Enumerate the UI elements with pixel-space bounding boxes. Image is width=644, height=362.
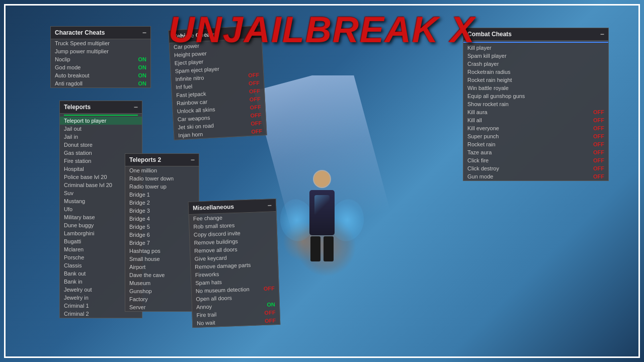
teleports2-panel: Teleports 2 − One million Radio tower do… — [125, 153, 199, 312]
teleport-donut-store[interactable]: Donut store — [60, 141, 142, 149]
teleports-panel-minimize[interactable]: − — [134, 103, 138, 111]
combat-cheats-panel: Combat Cheats − Kill player Spam kill pl… — [463, 28, 609, 181]
t2-small-house[interactable]: Small house — [125, 255, 199, 263]
combat-rocket-rain-height[interactable]: Rocket rain height — [463, 76, 608, 84]
t2-server[interactable]: Server — [125, 303, 199, 311]
t2-hashtag-pos[interactable]: Hashtag pos — [125, 247, 199, 255]
t2-factory[interactable]: Factory — [125, 295, 199, 303]
combat-win-battle-royale[interactable]: Win battle royale — [463, 84, 608, 92]
t2-bridge1[interactable]: Bridge 1 — [125, 191, 199, 199]
char-panel-title: Character Cheats − — [51, 27, 150, 39]
teleports-panel-title: Teleports − — [60, 101, 142, 114]
misc-panel-minimize[interactable]: − — [268, 201, 272, 209]
combat-kill-aura[interactable]: Kill aura OFF — [463, 108, 608, 116]
combat-show-rocket-rain[interactable]: Show rocket rain — [463, 100, 608, 108]
combat-panel-title: Combat Cheats − — [463, 28, 608, 41]
t2-radio-tower-up[interactable]: Radio tower up — [125, 183, 199, 191]
combat-panel-minimize[interactable]: − — [600, 30, 604, 38]
char-item-anti-ragdoll[interactable]: Anti ragdoll ON — [51, 79, 150, 87]
combat-taze-aura[interactable]: Taze aura OFF — [463, 148, 608, 156]
combat-blue-bar — [463, 42, 608, 43]
combat-kill-all[interactable]: Kill all OFF — [463, 116, 608, 124]
t2-bridge4[interactable]: Bridge 4 — [125, 215, 199, 223]
teleports-green-bar — [64, 115, 138, 116]
misc-panel: Miscellaneous − Fee change Rob small sto… — [188, 199, 281, 328]
combat-click-destroy[interactable]: Click destroy OFF — [463, 164, 608, 172]
teleports2-panel-title: Teleports 2 − — [125, 154, 199, 166]
char-item-auto-breakout[interactable]: Auto breakout ON — [51, 71, 150, 79]
t2-bridge6[interactable]: Bridge 6 — [125, 231, 199, 239]
t2-bridge3[interactable]: Bridge 3 — [125, 207, 199, 215]
char-item-truck-speed[interactable]: Truck Speed multiplier — [51, 39, 150, 47]
character-cheats-panel: Character Cheats − Truck Speed multiplie… — [50, 26, 151, 88]
t2-one-million[interactable]: One million — [125, 166, 199, 174]
combat-equip-gunshop[interactable]: Equip all gunshop guns — [463, 92, 608, 100]
teleports2-panel-minimize[interactable]: − — [191, 156, 195, 164]
teleport-jail-in[interactable]: Jail in — [60, 133, 142, 141]
main-title: UNJAILBREAK X — [169, 9, 475, 50]
combat-rocket-rain[interactable]: Rocket rain OFF — [463, 140, 608, 148]
combat-spam-kill-player[interactable]: Spam kill player — [463, 52, 608, 60]
combat-gun-mode[interactable]: Gun mode OFF — [463, 172, 608, 180]
t2-bridge7[interactable]: Bridge 7 — [125, 239, 199, 247]
combat-super-punch[interactable]: Super punch OFF — [463, 132, 608, 140]
char-panel-minimize[interactable]: − — [142, 29, 146, 37]
combat-rocketrain-radius[interactable]: Rocketrain radius — [463, 68, 608, 76]
combat-click-fire[interactable]: Click fire OFF — [463, 156, 608, 164]
t2-dave-cave[interactable]: Dave the cave — [125, 271, 199, 279]
teleport-to-player[interactable]: Teleport to player — [60, 117, 142, 125]
combat-kill-player[interactable]: Kill player — [463, 44, 608, 52]
combat-kill-everyone[interactable]: Kill everyone OFF — [463, 124, 608, 132]
combat-crash-player[interactable]: Crash player — [463, 60, 608, 68]
t2-bridge5[interactable]: Bridge 5 — [125, 223, 199, 231]
t2-museum[interactable]: Museum — [125, 279, 199, 287]
char-item-jump-power[interactable]: Jump power multiplier — [51, 47, 150, 55]
t2-radio-tower-down[interactable]: Radio tower down — [125, 174, 199, 183]
t2-gunshop[interactable]: Gunshop — [125, 287, 199, 295]
t2-airport[interactable]: Airport — [125, 263, 199, 271]
char-item-godmode[interactable]: God mode ON — [51, 63, 150, 71]
char-item-noclip[interactable]: Noclip ON — [51, 55, 150, 63]
teleport-jail-out[interactable]: Jail out — [60, 125, 142, 133]
